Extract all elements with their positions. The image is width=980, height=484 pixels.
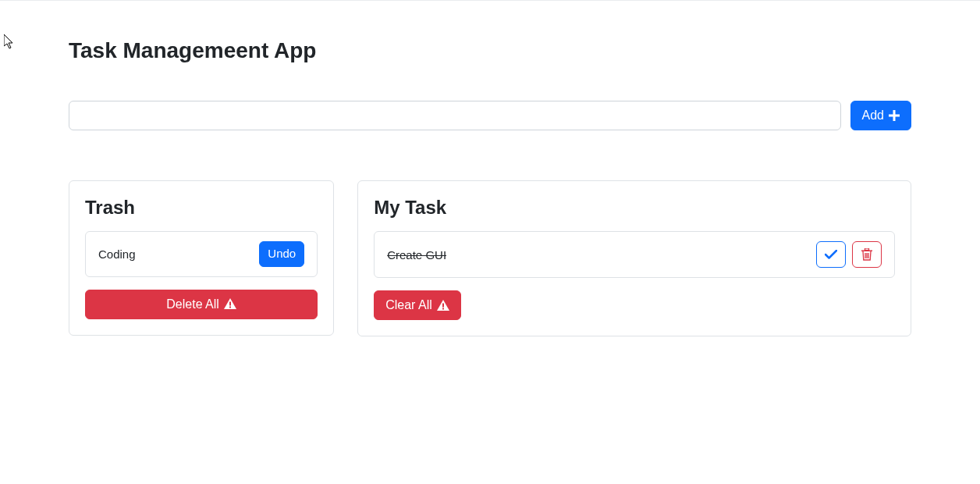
task-input[interactable] — [69, 101, 841, 130]
trash-item: Coding Undo — [85, 231, 318, 277]
page-title: Task Managemeent App — [69, 38, 911, 63]
task-item-actions — [816, 241, 882, 268]
plus-icon — [889, 110, 900, 121]
delete-all-label: Delete All — [166, 295, 219, 314]
add-button-label: Add — [862, 106, 884, 125]
tasks-card: My Task Create GUI — [357, 180, 911, 336]
svg-rect-9 — [442, 303, 444, 307]
svg-rect-1 — [889, 115, 900, 117]
undo-button[interactable]: Undo — [259, 241, 304, 267]
trash-icon — [861, 248, 872, 261]
complete-button[interactable] — [816, 241, 846, 268]
svg-rect-10 — [442, 308, 444, 309]
warning-icon — [224, 298, 236, 310]
svg-rect-3 — [229, 307, 231, 308]
clear-all-label: Clear All — [385, 296, 432, 315]
trash-title: Trash — [85, 197, 318, 219]
tasks-title: My Task — [374, 197, 895, 219]
cursor-icon — [4, 34, 16, 50]
delete-all-button[interactable]: Delete All — [85, 290, 318, 319]
svg-rect-2 — [229, 302, 231, 306]
svg-rect-5 — [865, 248, 869, 251]
add-button[interactable]: Add — [850, 101, 911, 130]
trash-card: Trash Coding Undo Delete All — [69, 180, 334, 336]
task-item: Create GUI — [374, 231, 895, 278]
warning-icon — [437, 300, 449, 311]
clear-all-button[interactable]: Clear All — [374, 290, 461, 320]
task-item-text: Create GUI — [387, 248, 446, 262]
add-task-row: Add — [69, 101, 911, 130]
trash-item-text: Coding — [98, 247, 136, 261]
delete-button[interactable] — [852, 241, 882, 268]
check-icon — [825, 250, 837, 259]
